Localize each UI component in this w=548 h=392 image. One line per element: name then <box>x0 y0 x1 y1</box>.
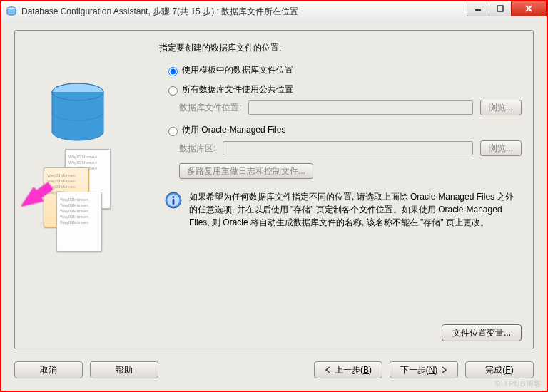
radio-common[interactable] <box>168 86 178 96</box>
svg-rect-2 <box>497 6 503 11</box>
radio-common-label: 所有数据库文件使用公共位置 <box>182 83 293 96</box>
close-button[interactable] <box>511 1 547 16</box>
maximize-button[interactable] <box>489 1 512 16</box>
wizard-nav: 取消 帮助 上一步(B) 下一步(N) 完成(F) <box>14 359 534 381</box>
multiplex-button[interactable]: 多路复用重做日志和控制文件... <box>179 163 313 179</box>
common-location-input[interactable] <box>248 100 473 115</box>
svg-rect-8 <box>173 199 175 205</box>
common-field-label: 数据库文件位置: <box>179 102 241 114</box>
radio-template[interactable] <box>168 67 178 76</box>
main-panel: Way03MurisenWay03MurisenWay03Murisen Way… <box>14 30 534 349</box>
app-icon <box>6 6 17 17</box>
info-icon <box>165 192 182 209</box>
radio-template-label: 使用模板中的数据库文件位置 <box>182 64 293 76</box>
cancel-button[interactable]: 取消 <box>14 361 83 378</box>
help-button[interactable]: 帮助 <box>90 361 158 378</box>
chevron-right-icon <box>440 366 447 373</box>
finish-button[interactable]: 完成(F) <box>465 361 534 378</box>
radio-omf-label: 使用 Oracle-Managed Files <box>182 124 285 136</box>
minimize-button[interactable] <box>467 1 489 16</box>
radio-omf[interactable] <box>168 127 178 136</box>
common-browse-button[interactable]: 浏览... <box>480 100 522 115</box>
window-controls <box>467 1 547 16</box>
svg-point-7 <box>172 196 174 198</box>
next-button[interactable]: 下一步(N) <box>390 361 458 378</box>
wizard-image: Way03MurisenWay03MurisenWay03Murisen Way… <box>24 71 131 313</box>
omf-browse-button[interactable]: 浏览... <box>480 140 522 156</box>
page-heading: 指定要创建的数据库文件的位置: <box>159 42 522 54</box>
omf-area-input[interactable] <box>223 141 473 155</box>
window-title: Database Configuration Assistant, 步骤 7(共… <box>21 6 298 18</box>
arrow-icon <box>16 187 44 214</box>
file-location-variables-button[interactable]: 文件位置变量... <box>442 324 522 341</box>
chevron-left-icon <box>325 366 332 373</box>
titlebar: Database Configuration Assistant, 步骤 7(共… <box>1 1 547 22</box>
info-text: 如果希望为任何数据库文件指定不同的位置, 请选取上面除 Oracle-Manag… <box>189 190 522 229</box>
back-button[interactable]: 上一步(B) <box>314 361 382 378</box>
omf-field-label: 数据库区: <box>179 143 215 155</box>
